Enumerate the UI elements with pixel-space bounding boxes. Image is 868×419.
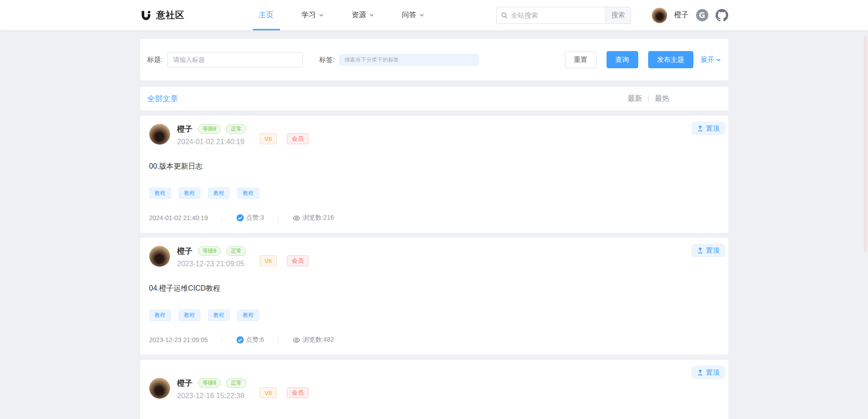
footer-date: 2024-01-02 21:40:19 [149,214,208,221]
all-articles-tab[interactable]: 全部文章 [147,94,178,104]
title-filter-label: 标题: [147,56,163,64]
post-datetime: 2023-12-16 15:22:38 [177,392,245,400]
query-button[interactable]: 查询 [607,51,638,68]
pin-label: 置顶 [706,368,720,377]
chevron-down-icon [419,13,424,18]
search-input[interactable] [496,7,606,24]
level-badge: 等级8 [198,246,221,256]
level-badge: 等级8 [198,124,221,134]
title-filter-input[interactable] [167,52,303,67]
pin-label: 置顶 [706,124,720,133]
navbar: 意社区 主页 学习 资源 问答 搜索 [0,0,868,30]
nav-item-label: 主页 [259,10,274,20]
status-badge: 正常 [226,246,246,256]
like-count: 点赞:3 [246,214,264,222]
expand-label: 展开 [701,56,714,64]
vip-badge: V8 [260,255,277,266]
tag-filter-input[interactable] [339,54,479,66]
user-area: 橙子 G [652,8,728,23]
main-nav: 主页 学习 资源 问答 [253,0,446,30]
post-tag[interactable]: 教程 [237,188,259,199]
post-datetime: 2023-12-23 21:09:05 [177,260,245,268]
author-avatar[interactable] [149,246,170,267]
like-count: 点赞:6 [246,336,264,344]
pin-label: 置顶 [706,246,720,255]
search-icon [501,12,508,19]
github-icon[interactable] [716,9,728,22]
author-name[interactable]: 橙子 [177,246,193,256]
pin-button[interactable]: 置顶 [691,122,726,135]
chevron-down-icon [319,13,324,18]
footer-separator: | [278,215,279,221]
post-card: 置顶 橙子 等级8 正常 2023-12-16 15:22:38 V8 会员 [140,360,728,419]
post-tag[interactable]: 教程 [208,188,230,199]
footer-separator: | [222,337,223,344]
like-check-icon [237,214,244,221]
nav-item-qa[interactable]: 问答 [396,0,431,30]
post-tag[interactable]: 教程 [179,310,200,321]
author-name[interactable]: 橙子 [177,124,193,134]
post-tag[interactable]: 教程 [149,310,171,321]
like-check-icon [237,336,244,344]
post-tag[interactable]: 教程 [208,310,230,321]
pin-top-icon [697,369,703,376]
logo-icon [140,9,152,21]
chevron-down-icon [716,57,721,62]
post-datetime: 2024-01-02 21:40:19 [177,138,245,146]
post-card: 置顶 橙子 等级8 正常 2024-01-02 21:40:19 V8 会员 0… [140,116,728,233]
vip-badge: V8 [260,133,277,144]
nav-item-resources[interactable]: 资源 [346,0,380,30]
post-title[interactable]: 04.橙子运维CICD教程 [149,284,719,293]
post-card: 置顶 橙子 等级8 正常 2023-12-23 21:09:05 V8 会员 0… [140,238,728,355]
user-avatar[interactable] [652,8,667,23]
scrollbar-track[interactable] [863,0,868,419]
sort-newest[interactable]: 最新 [627,94,642,104]
footer-date: 2023-12-23 21:09:05 [149,336,208,344]
level-badge: 等级8 [198,378,221,388]
nav-item-home[interactable]: 主页 [253,0,280,30]
author-avatar[interactable] [149,378,170,399]
status-badge: 正常 [226,124,246,134]
pin-top-icon [697,125,703,132]
nav-item-learn[interactable]: 学习 [295,0,330,30]
member-badge: 会员 [287,387,308,398]
sort-separator: | [647,94,649,103]
author-name[interactable]: 橙子 [177,378,193,388]
author-avatar[interactable] [149,124,170,145]
vip-badge: V8 [260,387,277,398]
views-eye-icon [293,336,300,344]
list-header: 全部文章 最新 | 最热 [140,87,728,111]
publish-topic-button[interactable]: 发布主题 [648,51,693,68]
footer-separator: | [278,337,279,344]
username[interactable]: 橙子 [674,10,689,20]
post-tag[interactable]: 教程 [237,310,259,321]
site-search: 搜索 [496,7,631,24]
sort-hottest[interactable]: 最热 [655,94,669,104]
nav-item-label: 学习 [302,10,316,20]
site-title: 意社区 [157,9,185,21]
pin-button[interactable]: 置顶 [691,366,726,379]
pin-top-icon [697,247,703,254]
nav-item-label: 问答 [402,10,417,20]
filter-panel: 标题: 标签: 重置 查询 发布主题 展开 [140,39,728,80]
search-button[interactable]: 搜索 [606,7,631,24]
site-logo[interactable]: 意社区 [140,9,185,21]
view-count: 浏览数:216 [303,214,334,222]
gitee-icon[interactable]: G [696,9,708,21]
scrollbar-thumb[interactable] [864,36,867,252]
post-tag[interactable]: 教程 [179,188,200,199]
views-eye-icon [293,214,300,222]
tag-filter-label: 标签: [319,56,335,64]
status-badge: 正常 [226,378,246,388]
view-count: 浏览数:482 [303,336,334,344]
member-badge: 会员 [287,255,308,266]
post-title[interactable]: 00.版本更新日志 [149,162,719,171]
expand-link[interactable]: 展开 [701,56,721,64]
reset-button[interactable]: 重置 [565,51,597,68]
member-badge: 会员 [287,133,308,144]
nav-item-label: 资源 [352,10,366,20]
chevron-down-icon [369,13,374,18]
pin-button[interactable]: 置顶 [691,244,726,257]
post-tag[interactable]: 教程 [149,188,171,199]
footer-separator: | [222,215,223,221]
